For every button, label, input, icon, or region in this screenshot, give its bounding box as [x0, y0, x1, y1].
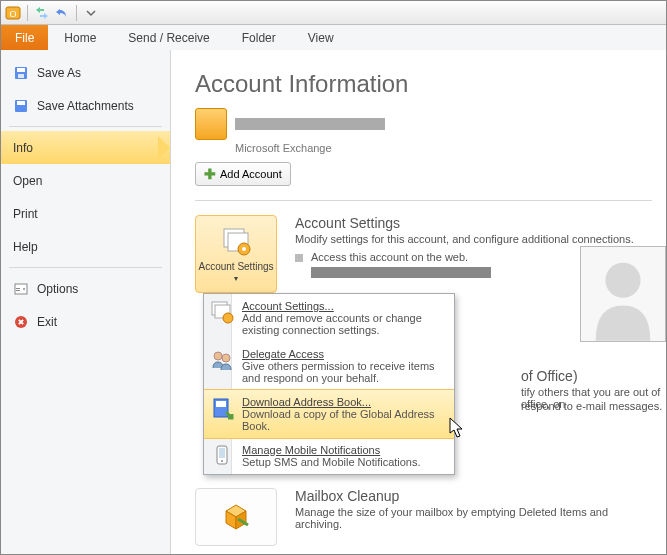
section-autoreply-desc-partial2: respond to e-mail messages. — [521, 400, 662, 412]
svg-point-17 — [242, 247, 246, 251]
send-receive-icon[interactable] — [34, 5, 50, 21]
section-mailbox-cleanup: Mailbox Cleanup Manage the size of your … — [195, 488, 652, 546]
svg-rect-3 — [17, 68, 25, 72]
svg-rect-25 — [216, 401, 226, 407]
tab-send-receive[interactable]: Send / Receive — [112, 25, 225, 50]
sidebar-print[interactable]: Print — [1, 197, 170, 230]
sidebar-label: Exit — [37, 315, 57, 329]
settings-stack-icon — [220, 225, 252, 257]
attachment-icon — [13, 98, 29, 114]
cleanup-icon — [220, 501, 252, 533]
save-icon — [13, 65, 29, 81]
sidebar-help[interactable]: Help — [1, 230, 170, 263]
options-icon — [13, 281, 29, 297]
svg-rect-8 — [16, 288, 20, 289]
svg-point-18 — [605, 263, 640, 298]
svg-point-10 — [23, 288, 25, 290]
sidebar-label: Print — [13, 207, 38, 221]
sidebar-label: Save As — [37, 66, 81, 80]
svg-rect-4 — [18, 74, 24, 78]
svg-point-21 — [223, 313, 233, 323]
account-type-icon — [195, 108, 227, 140]
dropdown-delegate-access[interactable]: Delegate AccessGive others permission to… — [204, 342, 454, 390]
exit-icon — [13, 314, 29, 330]
account-settings-button[interactable]: Account Settings ▾ — [195, 215, 277, 293]
tab-home[interactable]: Home — [48, 25, 112, 50]
backstage-sidebar: Save As Save Attachments Info Open Print… — [1, 50, 171, 554]
svg-point-28 — [221, 460, 223, 462]
sidebar-label: Info — [13, 141, 33, 155]
cleanup-button[interactable] — [195, 488, 277, 546]
section-title: Mailbox Cleanup — [295, 488, 652, 504]
svg-text:O: O — [9, 9, 16, 19]
svg-rect-6 — [17, 101, 25, 105]
tab-view[interactable]: View — [292, 25, 350, 50]
section-title: Account Settings — [295, 215, 652, 231]
mobile-icon — [210, 444, 234, 468]
plus-icon: ✚ — [204, 166, 216, 182]
add-account-label: Add Account — [220, 168, 282, 180]
dropdown-manage-mobile[interactable]: Manage Mobile NotificationsSetup SMS and… — [204, 438, 454, 474]
add-account-button[interactable]: ✚ Add Account — [195, 162, 291, 186]
sidebar-options[interactable]: Options — [1, 272, 170, 305]
account-name-redacted — [235, 118, 385, 130]
svg-rect-27 — [219, 448, 225, 458]
dropdown-account-settings[interactable]: Account Settings...Add and remove accoun… — [204, 294, 454, 342]
account-settings-dropdown: Account Settings...Add and remove accoun… — [203, 293, 455, 475]
sidebar-label: Options — [37, 282, 78, 296]
svg-point-22 — [214, 352, 222, 360]
svg-rect-9 — [16, 290, 20, 291]
button-label: Account Settings ▾ — [198, 261, 274, 283]
account-type-label: Microsoft Exchange — [235, 142, 652, 154]
ribbon-tabs: File Home Send / Receive Folder View — [1, 25, 666, 50]
section-desc: Modify settings for this account, and co… — [295, 233, 652, 245]
undo-icon[interactable] — [54, 5, 70, 21]
sidebar-open[interactable]: Open — [1, 164, 170, 197]
svg-point-23 — [222, 354, 230, 362]
sidebar-save-as[interactable]: Save As — [1, 56, 170, 89]
delegate-icon — [210, 348, 234, 372]
settings-stack-icon — [210, 300, 234, 324]
sidebar-info[interactable]: Info — [1, 131, 170, 164]
sidebar-label: Help — [13, 240, 38, 254]
dropdown-download-address-book[interactable]: Download Address Book...Download a copy … — [204, 389, 454, 439]
sidebar-exit[interactable]: Exit — [1, 305, 170, 338]
sidebar-label: Open — [13, 174, 42, 188]
qat-customize-icon[interactable] — [83, 5, 99, 21]
account-row[interactable] — [195, 108, 652, 140]
address-book-icon — [210, 396, 234, 420]
page-title: Account Information — [195, 70, 652, 98]
quick-access-toolbar: O — [1, 1, 666, 25]
sidebar-save-attachments[interactable]: Save Attachments — [1, 89, 170, 122]
contact-photo — [580, 246, 666, 342]
tab-folder[interactable]: Folder — [226, 25, 292, 50]
file-tab[interactable]: File — [1, 25, 48, 50]
sidebar-label: Save Attachments — [37, 99, 134, 113]
app-icon: O — [5, 5, 21, 21]
section-desc: Manage the size of your mailbox by empty… — [295, 506, 652, 530]
section-autoreply-title-partial: of Office) — [521, 368, 578, 384]
